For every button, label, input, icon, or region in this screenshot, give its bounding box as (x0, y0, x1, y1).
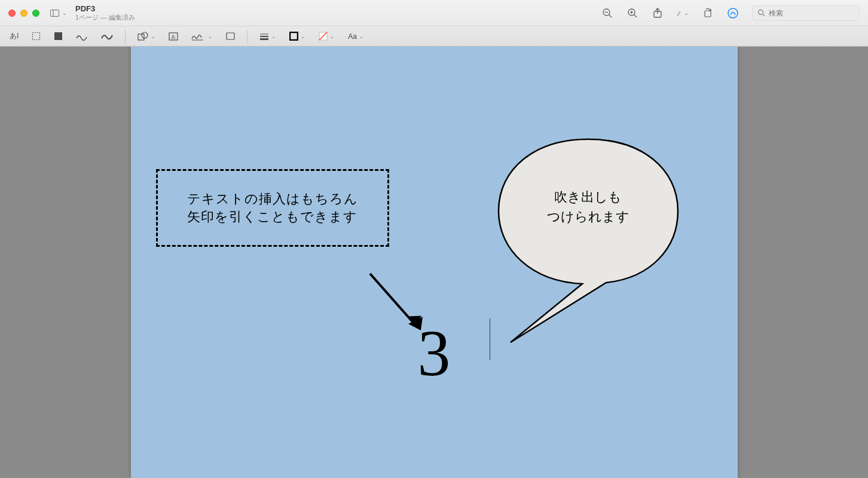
dashed-text-annotation[interactable]: テキストの挿入はもちろん 矢印を引くこともできます (156, 169, 389, 247)
bubble-line1: 吹き出しも (493, 187, 684, 207)
stroke-width-tool[interactable]: ⌄ (257, 29, 279, 44)
search-field[interactable] (752, 5, 860, 21)
sign-tool[interactable]: ⌄ (189, 29, 215, 44)
font-style-tool[interactable]: Aa ⌄ (346, 29, 366, 44)
toolbar-separator (247, 30, 247, 43)
highlight-button[interactable]: ⌄ (677, 7, 689, 19)
zoom-in-icon (627, 8, 638, 19)
share-button[interactable] (652, 7, 664, 19)
markup-button[interactable] (727, 7, 739, 19)
fill-color-icon (319, 32, 328, 41)
search-icon (757, 9, 765, 17)
chevron-down-icon: ⌄ (151, 33, 155, 39)
rotate-icon (702, 8, 713, 19)
text-insert-label: あI (10, 31, 19, 41)
stroke-color-tool[interactable]: ⌄ (287, 29, 308, 44)
chevron-down-icon: ⌄ (359, 33, 364, 39)
chevron-down-icon: ⌄ (208, 33, 213, 39)
zoom-out-icon (602, 8, 613, 19)
svg-point-13 (759, 10, 763, 15)
text-tool[interactable]: あ (166, 29, 181, 44)
fill-color-tool[interactable]: ⌄ (316, 29, 337, 44)
zoom-out-button[interactable] (601, 7, 613, 19)
minimize-window-button[interactable] (20, 10, 27, 17)
stroke-color-icon (289, 32, 298, 41)
signature-icon (191, 32, 206, 41)
chevron-down-icon: ⌄ (271, 33, 276, 39)
redact-icon (54, 32, 63, 41)
redact-tool[interactable] (51, 29, 65, 44)
annotation-line1: テキストの挿入はもちろん (187, 190, 358, 208)
svg-point-12 (728, 8, 738, 18)
sidebar-toggle-button[interactable]: ⌄ (50, 7, 67, 20)
svg-rect-15 (33, 33, 40, 40)
zoom-in-button[interactable] (626, 7, 638, 19)
note-tool[interactable] (224, 29, 237, 44)
chevron-down-icon: ⌄ (684, 10, 689, 16)
note-icon (226, 32, 235, 40)
rotate-button[interactable] (702, 7, 714, 19)
markup-toolbar: あI ⌄ あ ⌄ ⌄ (0, 26, 868, 47)
shapes-icon (137, 32, 148, 41)
bubble-line2: つけられます (493, 207, 684, 226)
close-window-button[interactable] (8, 10, 16, 17)
font-style-label: Aa (348, 32, 357, 41)
svg-line-14 (763, 14, 765, 17)
markup-icon (727, 7, 739, 19)
page-number-large: 3 (418, 315, 451, 391)
svg-line-6 (634, 14, 637, 17)
svg-line-29 (370, 274, 415, 324)
sketch-tool[interactable] (74, 29, 90, 44)
svg-rect-0 (50, 10, 59, 16)
annotation-line2: 矢印を引くこともできます (187, 208, 357, 226)
sketch-icon (76, 32, 88, 41)
fullscreen-window-button[interactable] (32, 10, 39, 17)
svg-rect-22 (227, 33, 234, 39)
chevron-down-icon: ⌄ (301, 33, 305, 39)
svg-rect-11 (705, 11, 711, 17)
svg-point-18 (142, 32, 148, 38)
document-subtitle: 1ページ — 編集済み (75, 14, 135, 21)
document-title-block: PDF3 1ページ — 編集済み (75, 5, 135, 20)
bubble-text: 吹き出しも つけられます (493, 187, 684, 226)
svg-text:あ: あ (171, 34, 176, 39)
document-canvas[interactable]: テキストの挿入はもちろん 矢印を引くこともできます 吹き出しも つけられます 3 (0, 47, 868, 478)
draw-tool[interactable] (99, 29, 115, 44)
svg-rect-16 (54, 32, 62, 40)
chevron-down-icon: ⌄ (330, 33, 335, 39)
search-input[interactable] (769, 9, 852, 17)
stroke-lines-icon (259, 33, 269, 40)
svg-rect-17 (138, 34, 144, 40)
chevron-down-icon: ⌄ (62, 10, 67, 16)
draw-icon (101, 32, 113, 41)
text-cursor (490, 318, 490, 360)
speech-bubble-annotation[interactable]: 吹き出しも つけられます (493, 133, 684, 295)
svg-line-3 (609, 14, 612, 17)
shapes-tool[interactable]: ⌄ (135, 29, 158, 44)
titlebar-actions: ⌄ (601, 5, 860, 21)
text-box-icon: あ (169, 32, 178, 41)
toolbar-separator (125, 30, 126, 43)
share-icon (653, 8, 662, 19)
highlighter-icon (677, 8, 681, 19)
selection-rect-icon (32, 32, 41, 41)
document-title: PDF3 (75, 5, 135, 13)
pdf-page[interactable]: テキストの挿入はもちろん 矢印を引くこともできます 吹き出しも つけられます 3 (131, 47, 738, 478)
speech-bubble-icon (493, 133, 684, 348)
text-insert-tool[interactable]: あI (7, 29, 21, 44)
svg-rect-26 (290, 32, 298, 40)
window-titlebar: ⌄ PDF3 1ページ — 編集済み ⌄ (0, 0, 868, 26)
selection-tool[interactable] (29, 29, 43, 44)
window-controls (8, 10, 39, 17)
sidebar-icon (50, 9, 59, 17)
